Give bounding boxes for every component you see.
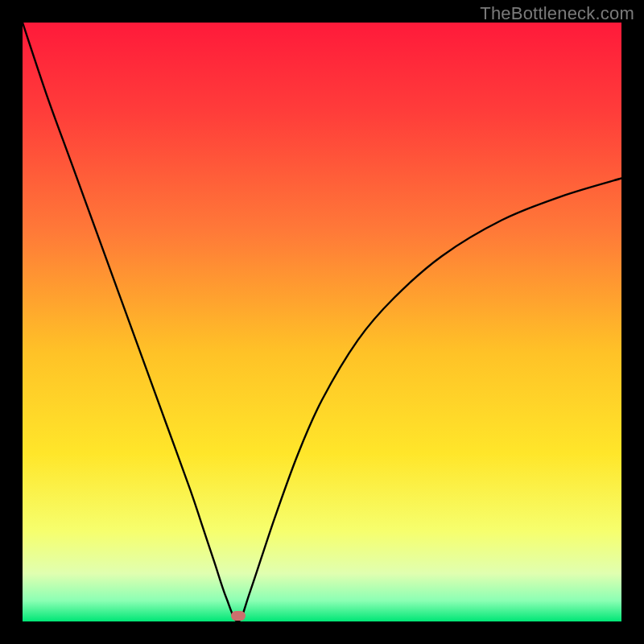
curve-layer bbox=[23, 23, 621, 621]
watermark-text: TheBottleneck.com bbox=[480, 3, 634, 24]
chart-stage: TheBottleneck.com bbox=[0, 0, 644, 644]
plot-area bbox=[23, 23, 621, 621]
bottleneck-curve bbox=[23, 23, 621, 621]
optimal-marker bbox=[231, 611, 246, 621]
